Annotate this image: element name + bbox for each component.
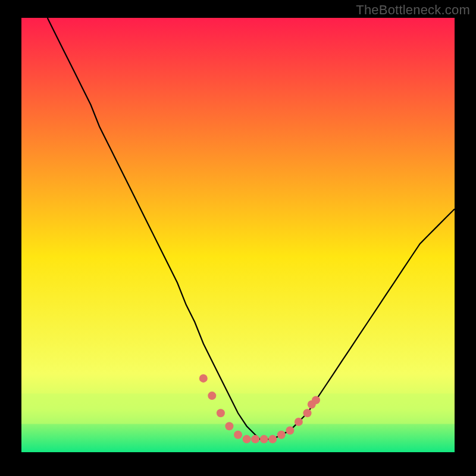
chart-frame: TheBottleneck.com — [0, 0, 476, 476]
bottleneck-curve-chart — [0, 0, 476, 476]
marker-dot — [312, 396, 320, 404]
marker-dot — [251, 435, 259, 443]
watermark-text: TheBottleneck.com — [356, 2, 470, 18]
marker-dot — [268, 435, 277, 443]
marker-dot — [234, 431, 242, 439]
bottom-green-band — [21, 393, 455, 424]
marker-dot — [286, 427, 294, 435]
marker-dot — [260, 435, 268, 443]
marker-dot — [225, 422, 233, 430]
marker-dot — [303, 409, 312, 417]
gradient-background — [21, 18, 455, 452]
marker-dot — [295, 418, 303, 426]
svg-rect-1 — [21, 393, 455, 424]
marker-dot — [217, 409, 225, 417]
marker-dot — [208, 392, 216, 400]
marker-dot — [277, 431, 286, 439]
marker-dot — [243, 435, 251, 443]
marker-dot — [199, 374, 208, 383]
